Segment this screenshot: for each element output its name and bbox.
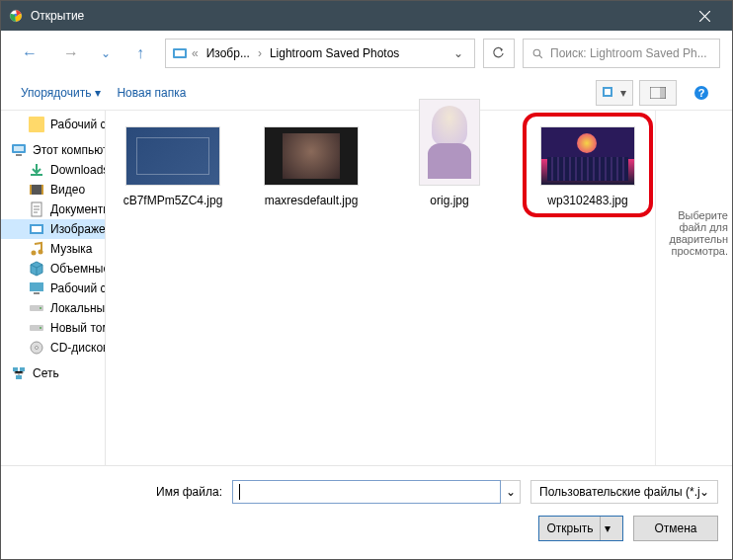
svg-point-30 <box>36 347 39 350</box>
window-title: Открытие <box>31 9 685 23</box>
pictures-icon <box>172 45 188 61</box>
network-icon <box>11 365 27 381</box>
svg-rect-16 <box>30 185 32 195</box>
drive-icon <box>29 320 44 336</box>
tree-sidebar[interactable]: Рабочий стол Этот компьютер Downloads Ви… <box>1 111 106 465</box>
cd-icon <box>29 340 44 356</box>
preview-pane: Выберите файл для дварительн просмотра. <box>655 111 732 465</box>
filename-input[interactable] <box>232 480 501 504</box>
drive-icon <box>29 300 44 316</box>
desktop-icon <box>29 280 44 296</box>
close-button[interactable] <box>685 1 724 31</box>
tree-cd-drive[interactable]: CD-дисковод (F: <box>1 338 105 358</box>
svg-rect-31 <box>13 367 18 371</box>
tree-desktop[interactable]: Рабочий стол <box>1 115 105 134</box>
file-item[interactable]: maxresdefault.jpg <box>252 126 370 209</box>
tree-music[interactable]: Музыка <box>1 239 105 259</box>
file-name: orig.jpg <box>390 192 509 209</box>
svg-rect-17 <box>41 185 43 195</box>
breadcrumb-current[interactable]: Lightroom Saved Photos <box>266 46 403 60</box>
svg-rect-13 <box>16 154 22 156</box>
view-mode-button[interactable]: ▾ <box>596 80 633 106</box>
videos-icon <box>29 182 44 198</box>
svg-rect-32 <box>20 367 25 371</box>
help-button[interactable]: ? <box>683 80 720 106</box>
file-name: wp3102483.jpg <box>529 192 647 209</box>
thumbnail <box>540 126 635 186</box>
chevron-down-icon: ⌄ <box>699 485 709 499</box>
tree-network[interactable]: Сеть <box>1 363 105 383</box>
documents-icon <box>29 201 44 217</box>
content-area: cB7fMPm5ZC4.jpg maxresdefault.jpg orig.j… <box>106 111 732 465</box>
tree-pictures[interactable]: Изображения <box>1 219 105 239</box>
nav-row: ← → ⌄ ↑ « Изобр... › Lightroom Saved Pho… <box>1 31 732 76</box>
open-dropdown[interactable]: ▾ <box>600 517 615 540</box>
downloads-icon <box>29 162 44 178</box>
tree-videos[interactable]: Видео <box>1 180 105 200</box>
tree-downloads[interactable]: Downloads <box>1 160 105 180</box>
svg-point-21 <box>32 251 37 256</box>
history-dropdown[interactable]: ⌄ <box>96 40 116 67</box>
address-bar[interactable]: « Изобр... › Lightroom Saved Photos ⌄ <box>165 39 475 68</box>
svg-rect-3 <box>175 50 185 56</box>
search-input[interactable]: Поиск: Lightroom Saved Ph... <box>523 39 720 68</box>
back-button[interactable]: ← <box>13 40 46 67</box>
svg-rect-20 <box>32 226 41 232</box>
tree-documents[interactable]: Документы <box>1 200 105 219</box>
svg-rect-6 <box>605 89 611 95</box>
filename-label: Имя файла: <box>15 485 222 499</box>
refresh-button[interactable] <box>483 39 515 68</box>
cancel-button[interactable]: Отмена <box>633 516 718 541</box>
thumbnail <box>264 126 359 186</box>
svg-text:?: ? <box>698 87 705 99</box>
tree-local-disk-c[interactable]: Локальный дис <box>1 298 105 318</box>
svg-point-28 <box>40 327 41 329</box>
tree-desktop-2[interactable]: Рабочий стол <box>1 279 105 298</box>
chevron-right-icon: › <box>258 46 262 60</box>
search-icon <box>531 47 544 60</box>
cube-icon <box>29 261 44 277</box>
filename-history-dropdown[interactable]: ⌄ <box>501 480 521 504</box>
breadcrumb-parent[interactable]: Изобр... <box>203 46 254 60</box>
pc-icon <box>11 142 27 158</box>
toolbar: Упорядочить ▾ Новая папка ▾ ? <box>1 76 732 111</box>
file-filter-dropdown[interactable]: Пользовательские файлы (*.jf ⌄ <box>530 480 718 504</box>
music-icon <box>29 241 44 257</box>
forward-button[interactable]: → <box>54 40 88 67</box>
chevron-left-icon: « <box>192 46 199 60</box>
up-button[interactable]: ↑ <box>123 40 157 67</box>
svg-rect-15 <box>30 185 43 195</box>
tree-new-volume-d[interactable]: Новый том (D:) <box>1 318 105 338</box>
titlebar: Открытие <box>1 1 732 31</box>
file-item-selected[interactable]: wp3102483.jpg <box>529 126 647 209</box>
thumbnail <box>419 99 480 186</box>
pictures-icon <box>29 221 44 237</box>
file-name: cB7fMPm5ZC4.jpg <box>114 192 232 209</box>
file-open-dialog: Открытие ← → ⌄ ↑ « Изобр... › Lightroom … <box>0 0 733 560</box>
organize-menu[interactable]: Упорядочить ▾ <box>13 82 109 104</box>
svg-point-22 <box>39 250 43 255</box>
svg-rect-8 <box>660 87 666 99</box>
svg-point-26 <box>40 307 41 309</box>
open-button[interactable]: Открыть ▾ <box>538 516 623 541</box>
svg-rect-33 <box>16 375 22 379</box>
svg-rect-12 <box>14 146 24 151</box>
svg-rect-14 <box>31 174 42 176</box>
tree-this-pc[interactable]: Этот компьютер <box>1 140 105 160</box>
chevron-down-icon: ▾ <box>95 86 101 100</box>
tree-3d-objects[interactable]: Объемные объ <box>1 259 105 279</box>
svg-point-4 <box>533 49 540 56</box>
preview-pane-button[interactable] <box>639 80 677 106</box>
file-grid[interactable]: cB7fMPm5ZC4.jpg maxresdefault.jpg orig.j… <box>106 111 655 465</box>
svg-rect-24 <box>34 292 40 294</box>
main-area: Рабочий стол Этот компьютер Downloads Ви… <box>1 111 732 465</box>
address-dropdown[interactable]: ⌄ <box>448 46 468 60</box>
file-item[interactable]: cB7fMPm5ZC4.jpg <box>114 126 232 209</box>
file-item[interactable]: orig.jpg <box>390 126 509 209</box>
bottom-bar: Имя файла: ⌄ Пользовательские файлы (*.j… <box>1 465 732 559</box>
chrome-icon <box>9 9 23 23</box>
thumbnail <box>125 126 220 186</box>
svg-rect-23 <box>30 282 43 291</box>
new-folder-button[interactable]: Новая папка <box>109 82 194 104</box>
search-placeholder: Поиск: Lightroom Saved Ph... <box>550 46 707 60</box>
